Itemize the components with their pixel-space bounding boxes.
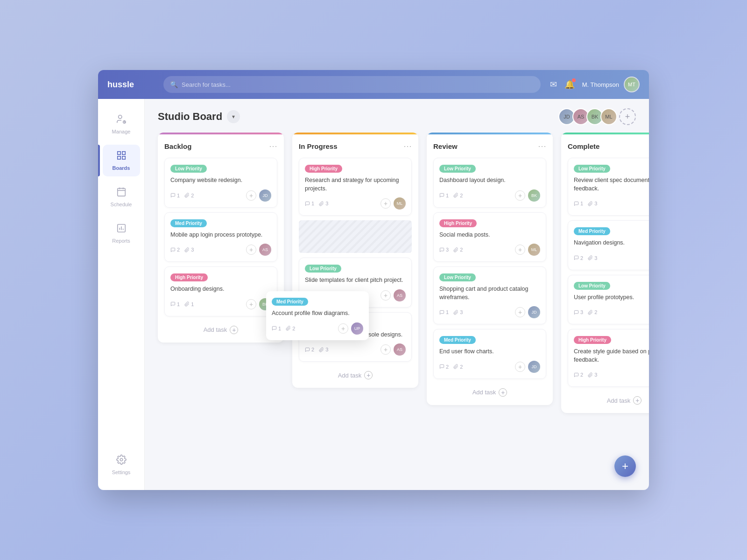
priority-badge: Med Priority [574,227,610,235]
col-title-row-complete: Complete ⋯ [568,141,649,151]
task-card-b1[interactable]: Low Priority Company website redesign. 1 [164,158,277,208]
attachment-count: 2 [453,247,463,252]
fab-add-button[interactable]: + [614,455,636,477]
add-subtask-button[interactable]: + [381,344,391,355]
task-meta: 2 3 [574,372,597,378]
comment-count: 1 [439,309,449,315]
svg-rect-6 [117,189,125,196]
task-title: Social media posts. [439,231,540,239]
task-card-r3[interactable]: Low Priority Shopping cart and product c… [433,266,546,324]
priority-badge: Low Priority [305,265,341,273]
attachment-count: 3 [319,347,328,352]
priority-badge: Low Priority [574,282,610,290]
task-card-r2[interactable]: High Priority Social media posts. 3 [433,212,546,262]
task-actions: + AS [381,343,406,356]
add-subtask-button[interactable]: + [381,290,391,301]
add-subtask-button[interactable]: + [246,299,256,309]
col-menu-backlog[interactable]: ⋯ [269,141,277,151]
task-meta: 3 2 [574,309,597,315]
task-card-r4[interactable]: Med Priority End user flow charts. 2 [433,329,546,379]
attachment-count: 2 [453,364,463,370]
add-subtask-button[interactable]: + [515,245,525,255]
task-card-b2[interactable]: Med Priority Mobile app login process pr… [164,212,277,262]
col-title-row-backlog: Backlog ⋯ [164,141,277,151]
task-avatar: ML [394,197,406,210]
col-title-row-in-progress: In Progress ⋯ [299,141,412,151]
sidebar-item-settings[interactable]: Settings [103,449,140,481]
search-bar[interactable]: 🔍 Search for tasks... [163,76,541,93]
comment-count: 1 [170,193,180,198]
drag-placeholder [299,220,412,253]
task-card-c3[interactable]: Low Priority User profile prototypes. 3 [568,275,649,325]
add-task-icon: + [499,388,507,397]
add-subtask-button[interactable]: + [515,190,525,201]
attachment-count: 2 [588,309,597,315]
task-footer: 2 3 + JD [574,369,649,381]
column-review: Review ⋯ Low Priority Dashboard layout d… [427,133,553,405]
task-card-b3[interactable]: High Priority Onboarding designs. 1 [164,266,277,316]
sidebar-item-manage[interactable]: Manage [103,108,140,140]
sidebar-item-schedule[interactable]: Schedule [103,181,140,213]
task-card-c1[interactable]: Low Priority Review client spec document… [568,158,649,216]
attachment-count: 3 [588,372,597,378]
add-task-button-complete[interactable]: Add task + [568,392,649,406]
task-title: Dashboard layout design. [439,176,540,185]
user-info[interactable]: M. Thompson MT [582,77,640,92]
comment-count: 2 [439,364,449,370]
col-title-review: Review [433,142,458,150]
add-member-button[interactable]: + [619,108,636,125]
task-actions: + JD [515,306,540,318]
board-title-row: Studio Board ▾ [158,110,240,123]
comment-count: 2 [574,255,583,261]
comment-count: 1 [574,201,583,206]
add-task-button-review[interactable]: Add task + [433,384,546,399]
priority-badge: High Priority [170,273,208,281]
task-actions: + JD [246,189,271,202]
sidebar-item-boards[interactable]: Boards [103,145,140,176]
attachment-count: 3 [184,247,194,252]
task-meta: 2 3 [574,255,597,261]
add-subtask-button[interactable]: + [246,190,256,201]
task-meta: 1 3 [305,201,328,206]
sidebar-label-schedule: Schedule [111,202,132,207]
add-task-label: Add task [472,389,496,396]
mail-icon[interactable]: ✉ [550,79,557,90]
task-avatar: AS [394,289,406,301]
add-subtask-button[interactable]: + [515,307,525,317]
attachment-count: 2 [453,193,463,198]
svg-point-0 [118,115,121,119]
task-avatar: JD [259,189,271,202]
add-task-icon: + [230,326,238,334]
comment-count: 3 [574,309,583,315]
col-menu-review[interactable]: ⋯ [538,141,546,151]
add-task-button-in-progress[interactable]: Add task + [299,366,412,381]
add-task-button-backlog[interactable]: Add task + [164,321,277,336]
task-avatar: JD [528,306,540,318]
popup-task-avatar: UP [351,322,363,335]
add-subtask-button[interactable]: + [381,198,391,209]
boards-icon [116,150,127,163]
main-layout: Manage Boards Schedule Reports [98,99,649,490]
task-meta: 1 2 [170,193,194,198]
add-subtask-button[interactable]: + [515,362,525,372]
task-footer: 1 2 + BK [439,189,540,202]
task-card-c4[interactable]: High Priority Create style guide based o… [568,329,649,387]
popup-card[interactable]: Med Priority Account profile flow diagra… [266,291,369,340]
column-complete: Complete ⋯ Low Priority Review client sp… [561,133,649,413]
task-title: Company website redesign. [170,176,271,185]
reports-icon [116,223,127,236]
sidebar-item-reports[interactable]: Reports [103,217,140,249]
board-dropdown-button[interactable]: ▾ [227,110,240,123]
popup-add-subtask-button[interactable]: + [338,323,348,334]
task-card-r1[interactable]: Low Priority Dashboard layout design. 1 [433,158,546,208]
popup-task-footer: 1 2 + UP [272,322,363,335]
task-card-ip1[interactable]: High Priority Research and strategy for … [299,158,412,216]
priority-badge: Low Priority [439,165,476,173]
notification-icon[interactable]: 🔔 [564,79,575,90]
header: hussle 🔍 Search for tasks... ✉ 🔔 M. Thom… [98,70,649,99]
task-card-c2[interactable]: Med Priority Navigation designs. 2 [568,220,649,270]
task-title: Navigation designs. [574,239,649,247]
app-window: hussle 🔍 Search for tasks... ✉ 🔔 M. Thom… [98,70,649,490]
add-subtask-button[interactable]: + [246,245,256,255]
col-menu-in-progress[interactable]: ⋯ [403,141,412,151]
